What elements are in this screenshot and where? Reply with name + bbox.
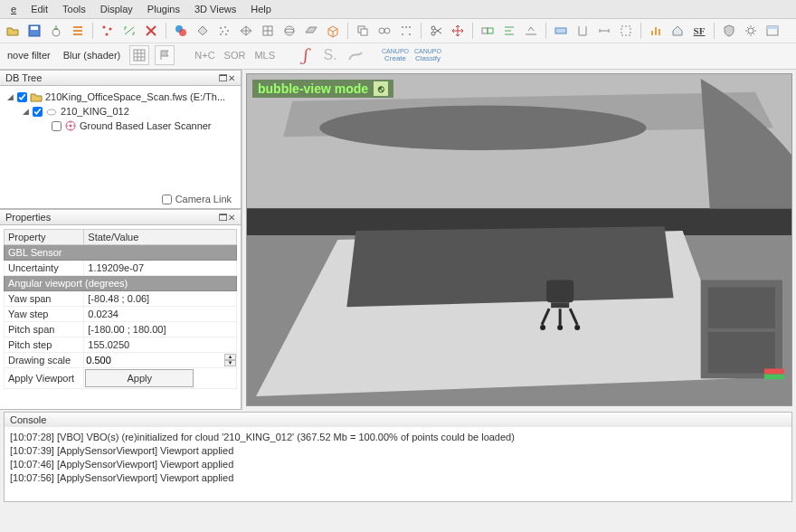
subsample-icon[interactable] (397, 22, 415, 40)
menu-bar: e Edit Tools Display Plugins 3D Views He… (0, 0, 796, 19)
svg-point-22 (405, 26, 407, 28)
svg-point-3 (103, 26, 106, 29)
curve-s-icon[interactable]: ʃ (295, 45, 315, 65)
prop-value[interactable]: 0.0234 (84, 307, 237, 322)
svg-point-39 (47, 109, 56, 115)
export-icon[interactable] (47, 22, 65, 40)
camera-link-checkbox[interactable]: Camera Link (162, 194, 232, 204)
mesh-icon[interactable] (237, 22, 255, 40)
blur-shader-button[interactable]: Blur (shader) (60, 49, 125, 62)
menu-display[interactable]: Display (93, 2, 140, 16)
clip-icon[interactable] (617, 22, 635, 40)
prop-label: Apply Viewport (5, 368, 84, 389)
translate-icon[interactable] (449, 22, 467, 40)
prop-value[interactable]: [-80.48 ; 0.06] (84, 291, 237, 307)
menu-tools[interactable]: Tools (55, 2, 93, 16)
register-icon[interactable] (479, 22, 497, 40)
menu-edit[interactable]: Edit (24, 2, 55, 16)
drawing-scale-input[interactable] (84, 354, 224, 366)
merge-icon[interactable] (375, 22, 393, 40)
menu-file[interactable]: e (4, 2, 24, 16)
histogram-icon[interactable] (647, 22, 665, 40)
properties-close-icon[interactable]: 🗖✕ (219, 213, 235, 223)
spin-down-icon[interactable]: ▼ (224, 360, 236, 366)
tree-checkbox[interactable] (52, 121, 62, 131)
tree-item-cloud[interactable]: ◢ 210_KING_012 (5, 104, 235, 119)
scissors-icon[interactable] (427, 22, 445, 40)
canupo-classify-button[interactable]: CANUPOClassify (414, 48, 441, 62)
properties-row: Yaw span[-80.48 ; 0.06] (5, 291, 237, 307)
segment-icon[interactable] (573, 22, 592, 40)
cloud-icon[interactable] (215, 22, 233, 40)
properties-row: Apply Viewport Apply (5, 368, 237, 389)
console-line: [10:07:39] [ApplySensorViewport] Viewpor… (10, 444, 786, 458)
nc-button[interactable]: N+C (193, 49, 216, 62)
list-icon[interactable] (69, 22, 87, 40)
svg-rect-1 (31, 26, 38, 30)
3d-viewport[interactable]: bubble-view mode ⎋ (246, 73, 792, 406)
level-icon[interactable] (522, 22, 540, 40)
prop-value[interactable]: 1.19209e-07 (84, 261, 237, 276)
tree-collapse-icon[interactable]: ◢ (21, 107, 30, 116)
range-icon[interactable] (595, 22, 613, 40)
save-icon[interactable] (25, 22, 43, 40)
clone-icon[interactable] (354, 22, 372, 40)
menu-3dviews[interactable]: 3D Views (187, 2, 243, 16)
sphere-fit-icon[interactable] (280, 22, 298, 40)
properties-title: Properties 🗖✕ (0, 209, 242, 225)
viewport-mode-badge: bubble-view mode ⎋ (252, 80, 393, 98)
dbtree-close-icon[interactable]: 🗖✕ (219, 73, 235, 83)
svg-point-20 (384, 28, 390, 33)
svg-point-16 (285, 29, 294, 33)
normals-icon[interactable] (194, 22, 212, 40)
prop-label: Yaw span (5, 291, 84, 307)
spin-up-icon[interactable]: ▲ (224, 354, 236, 360)
gear-icon[interactable] (742, 22, 760, 40)
tool-grid-icon[interactable] (129, 45, 149, 65)
tree-checkbox[interactable] (17, 92, 27, 102)
tree-collapse-icon[interactable]: ◢ (5, 92, 14, 101)
prop-value[interactable]: 155.0250 (84, 337, 237, 353)
properties-row: Uncertainty 1.19209e-07 (5, 261, 237, 276)
align-icon[interactable] (500, 22, 518, 40)
svg-point-51 (540, 325, 545, 330)
box-icon[interactable] (324, 22, 342, 40)
drawing-scale-spinner[interactable]: ▲▼ (84, 354, 236, 366)
properties-row: Pitch step155.0250 (5, 337, 237, 353)
console-body[interactable]: [10:07:28] [VBO] VBO(s) (re)initialized … (5, 427, 791, 501)
home-icon[interactable] (668, 22, 687, 40)
remove-filter-button[interactable]: nove filter (4, 49, 54, 62)
delete-icon[interactable] (142, 22, 160, 40)
crosssection-icon[interactable] (552, 22, 570, 40)
svg-point-24 (402, 33, 403, 35)
curve-dots-icon[interactable]: S. (320, 45, 340, 65)
prop-value[interactable]: [-180.00 ; 180.00] (84, 322, 237, 337)
open-icon[interactable] (4, 22, 22, 40)
prop-label: Drawing scale (5, 353, 84, 368)
apply-button[interactable]: Apply (85, 369, 194, 387)
tree-checkbox[interactable] (33, 107, 43, 117)
new-window-icon[interactable] (763, 22, 782, 40)
tree-item-label: 210_KING_012 (61, 106, 129, 117)
tree-item-file[interactable]: ◢ 210King_OfficeSpace_Scan.fws (E:/Th... (5, 90, 235, 104)
color-icon[interactable] (172, 22, 190, 40)
octree-icon[interactable] (259, 22, 277, 40)
link-icon[interactable] (120, 22, 138, 40)
surface-icon[interactable] (346, 45, 365, 65)
point-pick-icon[interactable] (99, 22, 117, 40)
plane-fit-icon[interactable] (302, 22, 320, 40)
menu-help[interactable]: Help (243, 2, 279, 16)
exit-bubble-view-icon[interactable]: ⎋ (374, 81, 388, 96)
svg-point-13 (225, 33, 227, 35)
shield-icon[interactable] (720, 22, 738, 40)
properties-row: Yaw step0.0234 (5, 307, 237, 322)
tree-item-sensor[interactable]: Ground Based Laser Scanner (5, 119, 235, 133)
tool-flag-icon[interactable] (155, 45, 175, 65)
mls-button[interactable]: MLS (252, 49, 277, 62)
dbtree-title: DB Tree 🗖✕ (0, 70, 242, 86)
menu-plugins[interactable]: Plugins (140, 2, 187, 16)
canupo-create-button[interactable]: CANUPOCreate (382, 48, 409, 62)
sor-button[interactable]: SOR (223, 49, 248, 62)
svg-rect-55 (764, 368, 784, 374)
sf-icon[interactable]: SF (690, 22, 708, 40)
